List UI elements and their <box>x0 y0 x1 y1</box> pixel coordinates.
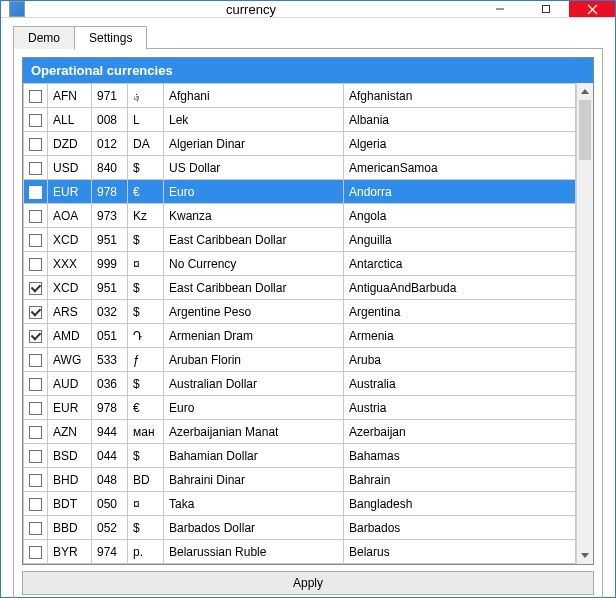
currency-name-cell: Belarussian Ruble <box>164 540 344 564</box>
svg-marker-4 <box>581 89 589 94</box>
table-row[interactable]: XCD951$East Caribbean DollarAnguilla <box>24 228 576 252</box>
row-checkbox[interactable] <box>29 306 42 319</box>
vertical-scrollbar[interactable] <box>576 83 593 564</box>
minimize-button[interactable] <box>477 1 523 17</box>
row-checkbox[interactable] <box>29 474 42 487</box>
table-row[interactable]: EUR978€EuroAustria <box>24 396 576 420</box>
row-checkbox[interactable] <box>29 138 42 151</box>
row-checkbox[interactable] <box>29 258 42 271</box>
row-checkbox[interactable] <box>29 402 42 415</box>
currency-name-cell: Kwanza <box>164 204 344 228</box>
currency-symbol-cell: $ <box>128 156 164 180</box>
currency-name-cell: Lek <box>164 108 344 132</box>
close-button[interactable] <box>569 1 615 17</box>
currency-code-cell: BSD <box>48 444 92 468</box>
window-icon <box>9 1 25 17</box>
tab-demo[interactable]: Demo <box>13 26 75 49</box>
currency-symbol-cell: ƒ <box>128 348 164 372</box>
scroll-track[interactable] <box>577 100 593 547</box>
currency-code-cell: AUD <box>48 372 92 396</box>
currency-number-cell: 032 <box>92 300 128 324</box>
table-row[interactable]: AWG533ƒAruban FlorinAruba <box>24 348 576 372</box>
currency-code-cell: BYR <box>48 540 92 564</box>
table-row[interactable]: AMD051ԴArmenian DramArmenia <box>24 324 576 348</box>
table-row[interactable]: XCD951$East Caribbean DollarAntiguaAndBa… <box>24 276 576 300</box>
row-checkbox[interactable] <box>29 498 42 511</box>
currency-number-cell: 974 <box>92 540 128 564</box>
checkbox-cell <box>24 540 48 564</box>
table-row[interactable]: AFN971؋AfghaniAfghanistan <box>24 84 576 108</box>
table-row[interactable]: AUD036$Australian DollarAustralia <box>24 372 576 396</box>
currency-symbol-cell: BD <box>128 468 164 492</box>
table-row[interactable]: EUR978€EuroAndorra <box>24 180 576 204</box>
table-row[interactable]: DZD012DAAlgerian DinarAlgeria <box>24 132 576 156</box>
chevron-up-icon <box>581 89 589 94</box>
country-cell: Algeria <box>344 132 576 156</box>
currency-code-cell: AWG <box>48 348 92 372</box>
currency-code-cell: AOA <box>48 204 92 228</box>
country-cell: Bahamas <box>344 444 576 468</box>
checkbox-cell <box>24 468 48 492</box>
table-row[interactable]: BYR974p.Belarussian RubleBelarus <box>24 540 576 564</box>
maximize-button[interactable] <box>523 1 569 17</box>
currency-name-cell: Bahamian Dollar <box>164 444 344 468</box>
scroll-up-button[interactable] <box>577 83 593 100</box>
country-cell: Austria <box>344 396 576 420</box>
country-cell: Albania <box>344 108 576 132</box>
table-row[interactable]: BSD044$Bahamian DollarBahamas <box>24 444 576 468</box>
table-row[interactable]: AOA973KzKwanzaAngola <box>24 204 576 228</box>
country-cell: Argentina <box>344 300 576 324</box>
apply-button[interactable]: Apply <box>22 571 594 595</box>
row-checkbox[interactable] <box>29 378 42 391</box>
checkbox-cell <box>24 420 48 444</box>
row-checkbox[interactable] <box>29 522 42 535</box>
country-cell: Andorra <box>344 180 576 204</box>
currency-table: AFN971؋AfghaniAfghanistanALL008LLekAlban… <box>23 83 576 564</box>
row-checkbox[interactable] <box>29 114 42 127</box>
row-checkbox[interactable] <box>29 90 42 103</box>
currency-code-cell: ALL <box>48 108 92 132</box>
table-row[interactable]: BHD048BDBahraini DinarBahrain <box>24 468 576 492</box>
currency-number-cell: 012 <box>92 132 128 156</box>
row-checkbox[interactable] <box>29 354 42 367</box>
currency-number-cell: 008 <box>92 108 128 132</box>
scroll-down-button[interactable] <box>577 547 593 564</box>
tab-settings[interactable]: Settings <box>74 26 147 50</box>
row-checkbox[interactable] <box>29 186 42 199</box>
row-checkbox[interactable] <box>29 282 42 295</box>
minimize-icon <box>495 4 505 14</box>
table-row[interactable]: BDT050¤TakaBangladesh <box>24 492 576 516</box>
table-row[interactable]: ALL008LLekAlbania <box>24 108 576 132</box>
row-checkbox[interactable] <box>29 234 42 247</box>
currency-symbol-cell: L <box>128 108 164 132</box>
checkbox-cell <box>24 156 48 180</box>
table-row[interactable]: BBD052$Barbados DollarBarbados <box>24 516 576 540</box>
checkbox-cell <box>24 372 48 396</box>
table-row[interactable]: XXX999¤No CurrencyAntarctica <box>24 252 576 276</box>
tab-panel-settings: Operational currencies AFN971؋AfghaniAfg… <box>13 48 603 598</box>
currency-symbol-cell: ¤ <box>128 492 164 516</box>
currency-code-cell: XCD <box>48 276 92 300</box>
row-checkbox[interactable] <box>29 162 42 175</box>
window-title: currency <box>25 2 477 17</box>
currency-symbol-cell: ؋ <box>128 84 164 108</box>
currency-name-cell: Euro <box>164 396 344 420</box>
currency-code-cell: ARS <box>48 300 92 324</box>
scroll-thumb[interactable] <box>579 100 591 160</box>
currency-name-cell: Afghani <box>164 84 344 108</box>
row-checkbox[interactable] <box>29 546 42 559</box>
currency-number-cell: 978 <box>92 396 128 420</box>
currency-code-cell: USD <box>48 156 92 180</box>
table-row[interactable]: ARS032$Argentine PesoArgentina <box>24 300 576 324</box>
country-cell: Angola <box>344 204 576 228</box>
row-checkbox[interactable] <box>29 210 42 223</box>
table-row[interactable]: USD840$US DollarAmericanSamoa <box>24 156 576 180</box>
country-cell: Bahrain <box>344 468 576 492</box>
checkbox-cell <box>24 516 48 540</box>
currency-number-cell: 036 <box>92 372 128 396</box>
currency-symbol-cell: € <box>128 180 164 204</box>
table-row[interactable]: AZN944манAzerbaijanian ManatAzerbaijan <box>24 420 576 444</box>
row-checkbox[interactable] <box>29 426 42 439</box>
row-checkbox[interactable] <box>29 330 42 343</box>
row-checkbox[interactable] <box>29 450 42 463</box>
